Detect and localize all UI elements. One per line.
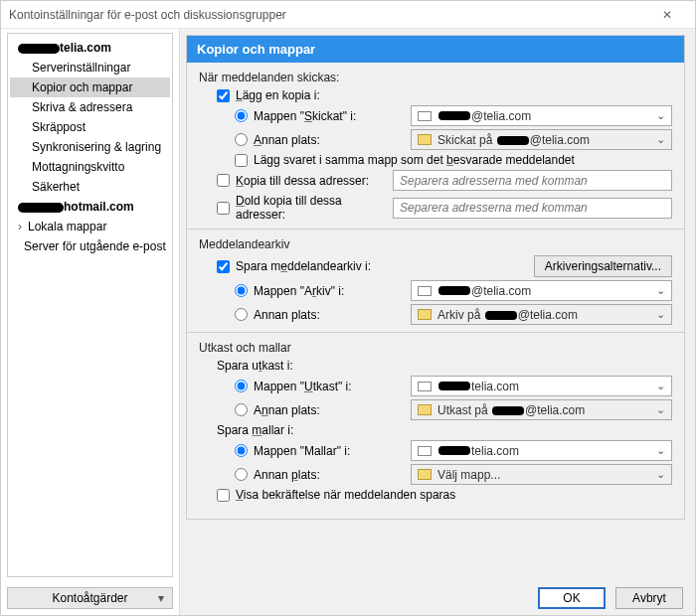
archive-folder-radio[interactable] [235, 284, 248, 297]
archive-other-row: Annan plats: Arkiv på @telia.com ⌄ [235, 304, 672, 325]
account-tree[interactable]: telia.com Serverinställningar Kopior och… [7, 33, 173, 577]
drafts-other-radio[interactable] [235, 403, 248, 416]
drafts-account-select[interactable]: telia.com ⌄ [411, 376, 672, 396]
sidebar-item-junk[interactable]: Skräppost [10, 117, 170, 137]
templates-label-row: Spara mallar i: [217, 423, 672, 437]
reply-same-checkbox[interactable] [235, 154, 248, 167]
sent-account-select[interactable]: @telia.com ⌄ [411, 105, 672, 126]
sidebar-item-compose[interactable]: Skriva & adressera [10, 97, 170, 117]
archive-account-select[interactable]: @telia.com ⌄ [411, 280, 672, 301]
templates-account-select[interactable]: telia.com ⌄ [411, 440, 672, 461]
drafts-folder-label: Mappen "Utkast" i: [254, 380, 403, 393]
archive-keep-checkbox[interactable] [217, 260, 230, 273]
chevron-right-icon: › [18, 220, 26, 233]
sent-other-row: Annan plats: Skickat på @telia.com ⌄ [235, 129, 672, 150]
bcc-checkbox[interactable] [217, 202, 230, 215]
archive-other-radio[interactable] [235, 308, 248, 321]
sending-title: När meddelanden skickas: [199, 71, 672, 84]
sent-folder-radio[interactable] [235, 109, 248, 122]
sidebar-item-sync[interactable]: Synkronisering & lagring [10, 137, 170, 157]
select-text: Välj mapp... [437, 468, 500, 482]
select-text: telia.com [471, 380, 519, 393]
drafts-folder-radio[interactable] [235, 380, 248, 392]
drafts-other-row: Annan plats: Utkast på @telia.com ⌄ [235, 399, 672, 420]
dialog-footer: OK Avbryt [538, 587, 683, 609]
bcc-label: Dold kopia till dessa adresser: [236, 194, 385, 222]
sent-other-select[interactable]: Skickat på @telia.com ⌄ [411, 129, 672, 150]
window-title: Kontoinställningar för e-post och diskus… [9, 8, 286, 22]
chevron-down-icon: ⌄ [656, 284, 665, 297]
templates-other-select[interactable]: Välj mapp... ⌄ [411, 464, 672, 485]
sidebar-item-security[interactable]: Säkerhet [10, 177, 170, 197]
sidebar-item-local-folders[interactable]: ›Lokala mappar [10, 217, 170, 236]
drafts-folder-row: Mappen "Utkast" i: telia.com ⌄ [235, 376, 672, 396]
reply-same-row: Lägg svaret i samma mapp som det besvara… [235, 153, 672, 167]
templates-folder-label: Mappen "Mallar" i: [254, 444, 403, 458]
sidebar-item-server[interactable]: Serverinställningar [10, 58, 170, 77]
settings-window: Kontoinställningar för e-post och diskus… [0, 0, 696, 616]
chevron-down-icon: ⌄ [656, 109, 665, 122]
sent-other-radio[interactable] [235, 133, 248, 146]
account-label: hotmail.com [64, 200, 134, 214]
folder-icon [418, 469, 432, 480]
bcc-row: Dold kopia till dessa adresser: [217, 194, 672, 222]
place-copy-row: LLägg en kopia i:ägg en kopia i: [217, 88, 672, 102]
archive-options-button[interactable]: Arkiveringsalternativ... [534, 255, 672, 277]
account-telia[interactable]: telia.com [10, 38, 170, 58]
account-label: telia.com [60, 41, 111, 55]
mail-icon [418, 382, 432, 391]
archive-title: Meddelandearkiv [199, 237, 672, 251]
account-actions-button[interactable]: Kontoåtgärder ▾ [7, 587, 173, 609]
account-actions: Kontoåtgärder ▾ [7, 587, 173, 609]
chevron-down-icon: ⌄ [656, 468, 665, 481]
account-actions-label: Kontoåtgärder [52, 591, 127, 605]
mail-icon [418, 286, 432, 296]
redacted-text [18, 44, 60, 54]
redacted-text [18, 203, 64, 213]
cc-input[interactable] [393, 170, 672, 191]
dropdown-icon: ▾ [158, 591, 164, 605]
templates-other-label: Annan plats: [254, 468, 403, 482]
folder-icon [418, 309, 432, 320]
select-text: @telia.com [471, 109, 531, 123]
drafts-label-row: Spara utkast i: [217, 359, 672, 373]
archive-keep-row: Spara meddelandearkiv i: Arkiveringsalte… [217, 255, 672, 277]
archive-other-select[interactable]: Arkiv på @telia.com ⌄ [411, 304, 672, 325]
main-inner: Kopior och mappar När meddelanden skicka… [186, 35, 685, 520]
account-hotmail[interactable]: hotmail.com [10, 197, 170, 217]
confirm-checkbox[interactable] [217, 489, 230, 502]
cancel-button[interactable]: Avbryt [615, 587, 683, 609]
redacted-text [438, 111, 470, 120]
close-icon: ✕ [662, 8, 672, 22]
cc-row: Kopia till dessa adresser: [217, 170, 672, 191]
sidebar-item-receipts[interactable]: Mottagningskvitto [10, 157, 170, 177]
drafts-label: Spara utkast i: [217, 359, 293, 373]
select-text: Arkiv på @telia.com [437, 308, 578, 322]
mail-icon [418, 111, 432, 121]
templates-other-radio[interactable] [235, 468, 248, 481]
redacted-text [438, 286, 470, 295]
bcc-input[interactable] [393, 198, 672, 219]
ok-button[interactable]: OK [538, 587, 606, 609]
templates-label: Spara mallar i: [217, 423, 293, 437]
page-title: Kopior och mappar [187, 36, 684, 63]
close-button[interactable]: ✕ [647, 1, 687, 28]
templates-folder-radio[interactable] [235, 444, 248, 457]
main-panel: Kopior och mappar När meddelanden skicka… [180, 29, 695, 615]
dialog-body: telia.com Serverinställningar Kopior och… [1, 29, 695, 615]
sent-folder-row: Mappen "Skickat" i: @telia.com ⌄ [235, 105, 672, 126]
cc-checkbox[interactable] [217, 174, 230, 187]
section-drafts: Utkast och mallar Spara utkast i: Mappen… [187, 333, 684, 509]
chevron-down-icon: ⌄ [656, 444, 665, 457]
select-text: @telia.com [471, 284, 531, 298]
sidebar-item-outgoing[interactable]: Server för utgående e-post [10, 236, 170, 256]
titlebar: Kontoinställningar för e-post och diskus… [1, 1, 695, 29]
sidebar-item-label: Lokala mappar [28, 220, 106, 233]
place-copy-checkbox[interactable] [217, 89, 230, 102]
confirm-label: Visa bekräftelse när meddelanden sparas [236, 488, 455, 502]
redacted-text [438, 446, 470, 455]
folder-icon [418, 134, 432, 145]
drafts-other-select[interactable]: Utkast på @telia.com ⌄ [411, 399, 672, 420]
drafts-section-title: Utkast och mallar [199, 341, 672, 355]
sidebar-item-copies[interactable]: Kopior och mappar [10, 77, 170, 97]
